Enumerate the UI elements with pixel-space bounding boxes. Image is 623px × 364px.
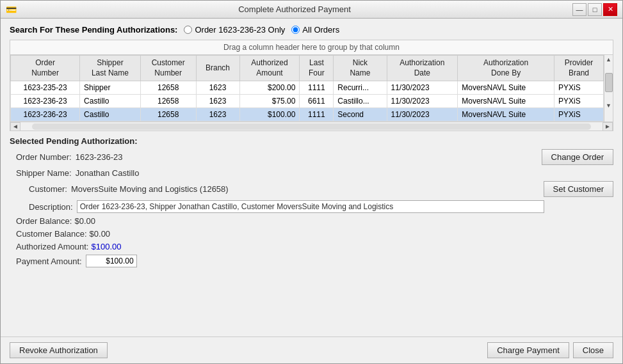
- cell-customer-number: 12658: [140, 108, 196, 122]
- col-order-number[interactable]: OrderNumber: [11, 56, 80, 81]
- change-order-button[interactable]: Change Order: [542, 149, 613, 165]
- cell-order-number: 1623-236-23: [11, 95, 80, 108]
- cell-authorization-done-by: MoversNAVL Suite: [458, 95, 554, 108]
- cell-shipper-last-name: Castillo: [80, 95, 141, 108]
- cell-shipper-last-name: Castillo: [80, 108, 141, 122]
- horizontal-scrollbar-area: ◄ ►: [10, 122, 613, 131]
- data-grid-container: Drag a column header here to group by th…: [10, 40, 613, 131]
- cell-provider-brand: PYXiS: [554, 108, 604, 122]
- description-row: Description:: [10, 200, 613, 213]
- table-body: 1623-235-23Shipper126581623$200.001111Re…: [11, 81, 604, 122]
- scroll-up-arrow[interactable]: ▲: [605, 55, 613, 64]
- col-provider-brand[interactable]: ProviderBrand: [554, 56, 604, 81]
- cell-authorized-amount: $100.00: [239, 108, 300, 122]
- selected-section-title: Selected Pending Authorization:: [10, 136, 613, 146]
- radio-order-only-input[interactable]: [184, 26, 192, 34]
- cell-shipper-last-name: Shipper: [80, 81, 141, 95]
- close-window-button[interactable]: ✕: [603, 3, 617, 16]
- grid-wrapper: OrderNumber ShipperLast Name CustomerNum…: [10, 55, 613, 122]
- customer-value: MoversSuite Moving and Logistics (12658): [71, 184, 229, 194]
- drag-hint: Drag a column header here to group by th…: [10, 40, 613, 55]
- payment-amount-row: Payment Amount:: [10, 255, 613, 267]
- cell-branch: 1623: [196, 95, 239, 108]
- order-number-row: Order Number: 1623-236-23 Change Order: [10, 149, 613, 165]
- window-title: Complete Authorized Payment: [17, 4, 572, 14]
- scroll-left-arrow[interactable]: ◄: [10, 122, 20, 131]
- order-balance-label: Order Balance:: [16, 216, 72, 226]
- selected-section: Selected Pending Authorization: Order Nu…: [10, 136, 613, 267]
- description-label: Description:: [29, 202, 73, 212]
- radio-all-orders-label: All Orders: [302, 25, 339, 35]
- search-row: Search For These Pending Authorizations:…: [10, 25, 613, 35]
- description-input[interactable]: [77, 200, 544, 213]
- grid-main: OrderNumber ShipperLast Name CustomerNum…: [10, 55, 604, 122]
- col-nick-name[interactable]: NickName: [334, 56, 387, 81]
- footer-right-buttons: Charge Payment Close: [487, 342, 613, 358]
- order-balance-row: Order Balance: $0.00: [10, 216, 613, 226]
- cell-authorization-done-by: MoversNAVL Suite: [458, 81, 554, 95]
- search-label: Search For These Pending Authorizations:: [10, 25, 177, 35]
- cell-branch: 1623: [196, 108, 239, 122]
- scroll-down-arrow[interactable]: ▼: [605, 101, 613, 110]
- col-last-four[interactable]: LastFour: [300, 56, 334, 81]
- table-row[interactable]: 1623-236-23Castillo126581623$75.006611Ca…: [11, 95, 604, 108]
- charge-payment-button[interactable]: Charge Payment: [487, 342, 569, 358]
- cell-last-four: 1111: [300, 81, 334, 95]
- customer-balance-label: Customer Balance:: [16, 229, 87, 239]
- order-number-label: Order Number:: [16, 152, 72, 162]
- window-icon: 💳: [6, 4, 17, 15]
- col-customer-number[interactable]: CustomerNumber: [140, 56, 196, 81]
- cell-authorized-amount: $200.00: [239, 81, 300, 95]
- main-window: 💳 Complete Authorized Payment — □ ✕ Sear…: [0, 0, 623, 364]
- customer-label: Customer:: [29, 184, 67, 194]
- cell-authorized-amount: $75.00: [239, 95, 300, 108]
- authorized-amount-value: $100.00: [91, 242, 121, 251]
- cell-order-number: 1623-236-23: [11, 108, 80, 122]
- revoke-authorization-button[interactable]: Revoke Authorization: [10, 342, 108, 358]
- radio-all-orders-input[interactable]: [291, 26, 300, 34]
- customer-row: Customer: MoversSuite Moving and Logisti…: [10, 181, 613, 197]
- shipper-name-row: Shipper Name: Jonathan Castillo: [10, 168, 613, 178]
- minimize-button[interactable]: —: [572, 3, 587, 16]
- cell-customer-number: 12658: [140, 81, 196, 95]
- cell-authorization-date: 11/30/2023: [387, 108, 458, 122]
- cell-authorization-date: 11/30/2023: [387, 81, 458, 95]
- payment-amount-input[interactable]: [86, 255, 137, 267]
- shipper-name-label: Shipper Name:: [16, 168, 72, 178]
- cell-branch: 1623: [196, 81, 239, 95]
- col-shipper-last-name[interactable]: ShipperLast Name: [80, 56, 141, 81]
- scroll-right-arrow[interactable]: ►: [603, 122, 613, 131]
- maximize-button[interactable]: □: [588, 3, 602, 16]
- col-authorization-done-by[interactable]: AuthorizationDone By: [458, 56, 554, 81]
- vertical-scrollbar[interactable]: ▲ ▼: [604, 55, 613, 122]
- customer-balance-value: $0.00: [90, 229, 111, 239]
- cell-last-four: 1111: [300, 108, 334, 122]
- order-number-value: 1623-236-23: [76, 152, 123, 162]
- col-branch[interactable]: Branch: [196, 56, 239, 81]
- cell-last-four: 6611: [300, 95, 334, 108]
- data-table: OrderNumber ShipperLast Name CustomerNum…: [10, 55, 604, 122]
- payment-amount-label: Payment Amount:: [16, 257, 82, 266]
- close-button[interactable]: Close: [573, 342, 613, 358]
- radio-all-orders[interactable]: All Orders: [291, 25, 339, 35]
- table-header: OrderNumber ShipperLast Name CustomerNum…: [11, 56, 604, 81]
- cell-provider-brand: PYXiS: [554, 81, 604, 95]
- cell-order-number: 1623-235-23: [11, 81, 80, 95]
- col-authorized-amount[interactable]: AuthorizedAmount: [239, 56, 300, 81]
- set-customer-button[interactable]: Set Customer: [544, 181, 613, 197]
- content-area: Search For These Pending Authorizations:…: [1, 19, 622, 336]
- footer: Revoke Authorization Charge Payment Clos…: [1, 336, 622, 363]
- cell-authorization-done-by: MoversNAVL Suite: [458, 108, 554, 122]
- radio-order-only[interactable]: Order 1623-236-23 Only: [184, 25, 285, 35]
- cell-customer-number: 12658: [140, 95, 196, 108]
- table-row[interactable]: 1623-235-23Shipper126581623$200.001111Re…: [11, 81, 604, 95]
- scroll-thumb[interactable]: [605, 73, 613, 92]
- order-balance-value: $0.00: [74, 216, 95, 226]
- table-row[interactable]: 1623-236-23Castillo126581623$100.001111S…: [11, 108, 604, 122]
- customer-balance-row: Customer Balance: $0.00: [10, 229, 613, 239]
- title-bar: 💳 Complete Authorized Payment — □ ✕: [1, 1, 622, 19]
- horizontal-scrollbar[interactable]: [32, 123, 591, 130]
- col-authorization-date[interactable]: AuthorizationDate: [387, 56, 458, 81]
- cell-provider-brand: PYXiS: [554, 95, 604, 108]
- cell-nick-name: Castillo...: [334, 95, 387, 108]
